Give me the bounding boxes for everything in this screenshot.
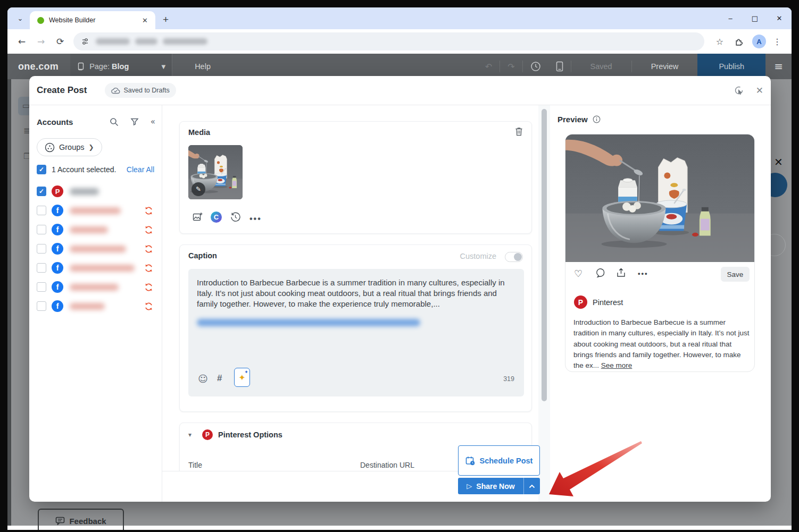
screenshot-root: ⌄ Website Builder ✕ + – □ ✕ ← → ⟳ ☆ bbox=[0, 0, 799, 532]
undo-icon[interactable]: ↶ bbox=[485, 62, 492, 72]
account-checkbox[interactable] bbox=[37, 225, 46, 234]
account-row[interactable]: f bbox=[29, 201, 162, 220]
window-close-button[interactable]: ✕ bbox=[767, 7, 792, 29]
browser-menu-kebab-icon[interactable]: ⋮ bbox=[769, 33, 785, 49]
caption-textarea[interactable]: Introduction to Barbecue Barbecue is a s… bbox=[188, 269, 524, 396]
media-more-icon[interactable]: ••• bbox=[249, 214, 262, 224]
expand-view-icon[interactable] bbox=[734, 85, 744, 96]
ai-assistant-button[interactable]: ✦✦ bbox=[234, 368, 250, 387]
reconnect-button[interactable] bbox=[144, 302, 153, 311]
publish-button[interactable]: Publish bbox=[697, 54, 765, 79]
history-clock-icon[interactable] bbox=[530, 61, 541, 72]
collapse-section-icon[interactable]: ▾ bbox=[188, 431, 192, 438]
account-checkbox[interactable] bbox=[37, 244, 46, 254]
select-all-checkbox[interactable]: ✓ bbox=[37, 165, 46, 174]
page-selector[interactable]: Page: Blog ▼ bbox=[70, 54, 172, 79]
window-minimize-button[interactable]: – bbox=[718, 7, 743, 29]
account-row[interactable]: f bbox=[29, 239, 162, 258]
account-row[interactable]: f bbox=[29, 258, 162, 277]
character-count: 319 bbox=[503, 375, 514, 383]
refresh-icon[interactable] bbox=[144, 302, 153, 311]
account-name-redacted bbox=[70, 284, 119, 291]
refresh-icon[interactable] bbox=[144, 225, 153, 234]
account-list: ✓Pffffff bbox=[29, 182, 162, 316]
refresh-icon[interactable] bbox=[144, 283, 153, 292]
clear-all-link[interactable]: Clear All bbox=[127, 165, 154, 174]
account-row[interactable]: f bbox=[29, 297, 162, 316]
forward-icon[interactable]: → bbox=[33, 33, 49, 49]
reconnect-button[interactable] bbox=[144, 264, 153, 273]
builder-menu-icon[interactable]: ≡ bbox=[774, 60, 783, 73]
hashtag-icon[interactable]: # bbox=[217, 373, 222, 384]
one-com-logo: one.com bbox=[18, 61, 59, 72]
preview-panel: Preview bbox=[550, 105, 771, 502]
filter-icon[interactable] bbox=[130, 117, 139, 126]
canva-icon[interactable]: C bbox=[211, 212, 222, 223]
feedback-button[interactable]: Feedback bbox=[38, 509, 124, 530]
schedule-post-label: Schedule Post bbox=[480, 457, 533, 465]
reconnect-button[interactable] bbox=[144, 225, 153, 234]
groups-icon bbox=[45, 142, 55, 153]
reload-icon[interactable]: ⟳ bbox=[52, 33, 68, 49]
reconnect-button[interactable] bbox=[144, 283, 153, 292]
panel-close-icon[interactable]: ✕ bbox=[774, 156, 783, 168]
facebook-icon: f bbox=[52, 281, 63, 293]
account-checkbox[interactable] bbox=[37, 263, 46, 273]
tab-search-chevron-icon[interactable]: ⌄ bbox=[13, 11, 28, 26]
address-bar[interactable] bbox=[73, 32, 704, 50]
profile-avatar[interactable]: A bbox=[752, 35, 766, 48]
sparkles-icon: ✦✦ bbox=[238, 373, 245, 383]
preview-button[interactable]: Preview bbox=[632, 62, 698, 71]
account-checkbox[interactable] bbox=[37, 301, 46, 311]
share-now-button[interactable]: ▷ Share Now bbox=[458, 478, 540, 494]
share-options-caret[interactable] bbox=[524, 478, 540, 494]
account-name-redacted bbox=[70, 246, 126, 252]
extensions-puzzle-icon[interactable] bbox=[731, 33, 747, 49]
add-image-icon[interactable] bbox=[193, 212, 203, 222]
tab-close-icon[interactable]: ✕ bbox=[140, 15, 150, 26]
account-row[interactable]: ✓P bbox=[29, 182, 162, 201]
edit-media-pencil-icon[interactable]: ✎ bbox=[192, 182, 205, 196]
tab-strip: ⌄ Website Builder ✕ + – □ ✕ bbox=[7, 7, 792, 29]
share-now-main[interactable]: ▷ Share Now bbox=[458, 478, 524, 494]
comment-icon[interactable] bbox=[596, 268, 605, 278]
bookmark-star-icon[interactable]: ☆ bbox=[712, 33, 728, 49]
facebook-icon: f bbox=[52, 243, 63, 255]
modal-close-icon[interactable]: ✕ bbox=[756, 85, 763, 96]
tab-title: Website Builder bbox=[49, 16, 140, 24]
emoji-icon[interactable]: ☺ bbox=[198, 373, 208, 384]
window-maximize-button[interactable]: □ bbox=[743, 7, 767, 29]
delete-media-icon[interactable] bbox=[515, 127, 523, 138]
reconnect-button[interactable] bbox=[144, 244, 153, 254]
groups-button[interactable]: Groups ❯ bbox=[37, 138, 102, 156]
refresh-icon[interactable] bbox=[144, 206, 153, 215]
browser-tab[interactable]: Website Builder ✕ bbox=[30, 11, 155, 29]
calendar-clock-icon bbox=[465, 456, 475, 466]
help-menu[interactable]: Help bbox=[195, 62, 211, 71]
mobile-preview-icon[interactable] bbox=[556, 61, 563, 72]
preview-save-button[interactable]: Save bbox=[721, 267, 750, 282]
account-checkbox[interactable] bbox=[37, 206, 46, 215]
schedule-post-button[interactable]: Schedule Post bbox=[458, 445, 540, 476]
account-row[interactable]: f bbox=[29, 277, 162, 297]
new-tab-button[interactable]: + bbox=[163, 14, 169, 26]
media-history-icon[interactable] bbox=[230, 212, 240, 222]
collapse-sidebar-icon[interactable]: « bbox=[151, 117, 155, 126]
preview-more-icon[interactable]: ••• bbox=[638, 269, 648, 277]
media-thumbnail-image[interactable]: VERSE ✎ bbox=[188, 145, 243, 199]
search-icon[interactable] bbox=[110, 117, 119, 126]
heart-icon[interactable]: ♡ bbox=[574, 268, 582, 279]
account-checkbox[interactable] bbox=[37, 282, 46, 292]
share-upload-icon[interactable] bbox=[617, 268, 626, 277]
account-checkbox[interactable]: ✓ bbox=[37, 187, 46, 196]
editor-scrollbar-thumb[interactable] bbox=[542, 109, 547, 401]
see-more-link[interactable]: See more bbox=[601, 361, 632, 369]
account-row[interactable]: f bbox=[29, 220, 162, 239]
back-icon[interactable]: ← bbox=[14, 33, 30, 49]
refresh-icon[interactable] bbox=[144, 244, 153, 254]
redo-icon[interactable]: ↷ bbox=[507, 62, 514, 72]
customize-toggle[interactable] bbox=[505, 252, 523, 262]
reconnect-button[interactable] bbox=[144, 206, 153, 215]
refresh-icon[interactable] bbox=[144, 264, 153, 273]
editor-scrollbar-track[interactable] bbox=[538, 105, 550, 502]
